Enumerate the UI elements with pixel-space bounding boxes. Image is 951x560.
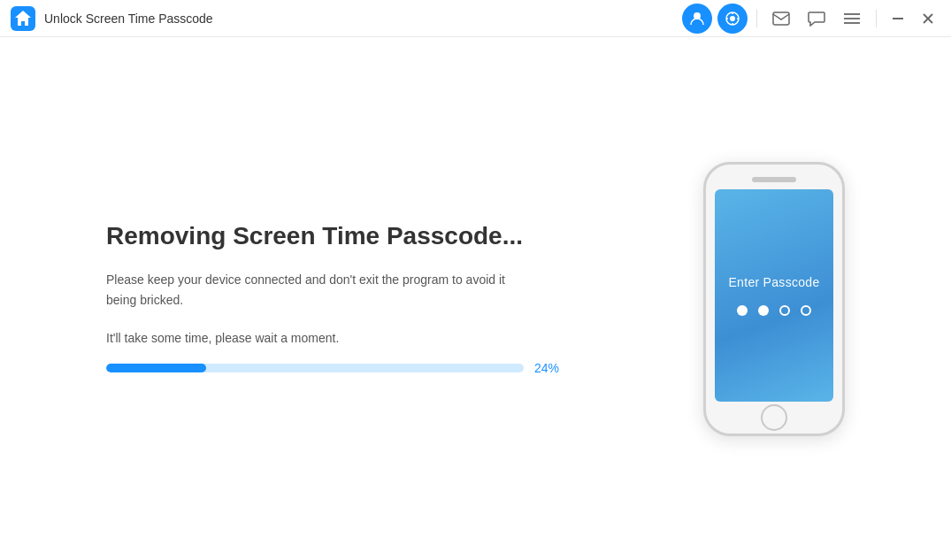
separator2 [876,10,877,27]
phone-dot-3 [779,305,790,316]
wait-text: It'll take some time, please wait a mome… [106,331,566,345]
phone-dot-4 [801,305,811,316]
phone-speaker [752,177,796,182]
menu-icon[interactable] [837,4,867,34]
main-content: Removing Screen Time Passcode... Please … [0,37,951,560]
phone-enter-passcode-label: Enter Passcode [728,275,819,289]
phone-dots [737,305,811,316]
left-panel: Removing Screen Time Passcode... Please … [106,222,566,375]
svg-rect-12 [893,18,903,19]
svg-rect-8 [773,12,789,25]
progress-bar-fill [106,364,206,372]
main-heading: Removing Screen Time Passcode... [106,222,566,250]
close-button[interactable] [916,6,940,31]
progress-bar-background [106,364,524,372]
phone-bottom [761,402,787,433]
description-line1: Please keep your device connected and do… [106,272,505,287]
phone-dot-1 [737,305,748,316]
chat-icon[interactable] [801,4,832,34]
titlebar: Unlock Screen Time Passcode [0,0,951,37]
discover-icon[interactable] [717,4,748,34]
description-text: Please keep your device connected and do… [106,270,566,310]
phone-mockup: Enter Passcode [703,162,845,436]
phone-home-button [761,404,787,431]
user-account-icon[interactable] [682,4,712,34]
phone-dot-2 [758,305,769,316]
titlebar-title: Unlock Screen Time Passcode [44,12,682,26]
phone-screen: Enter Passcode [715,189,833,402]
progress-container: 24% [106,361,566,375]
separator [756,10,757,27]
svg-point-3 [730,16,735,21]
progress-percent-label: 24% [534,361,566,375]
description-line2: being bricked. [106,293,183,307]
app-logo-icon [11,6,35,31]
titlebar-actions [682,4,940,34]
mail-icon[interactable] [766,4,796,34]
minimize-button[interactable] [886,6,910,31]
